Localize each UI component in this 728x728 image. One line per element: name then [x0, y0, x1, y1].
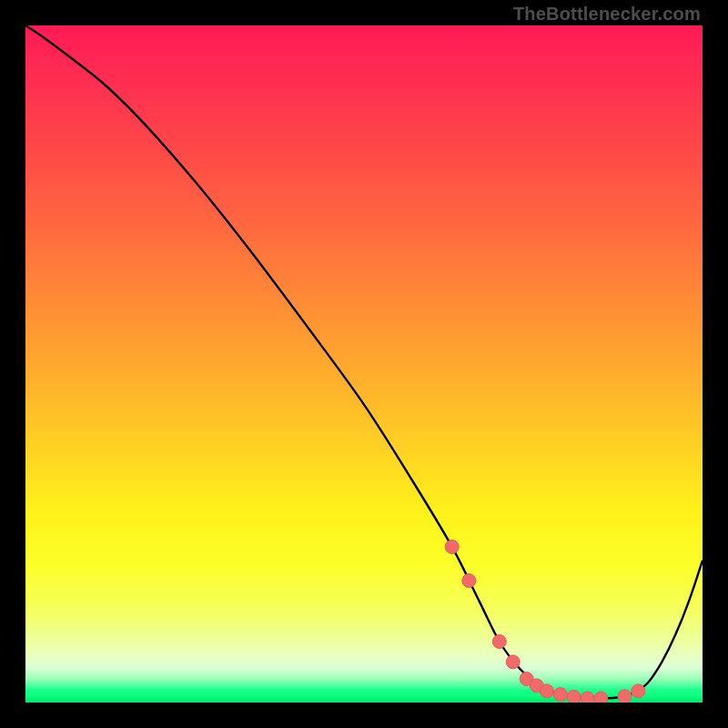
data-marker: [462, 574, 476, 588]
data-marker: [594, 692, 608, 703]
data-marker: [581, 692, 594, 703]
plot-area: [25, 25, 703, 703]
marker-group: [445, 540, 645, 703]
data-marker: [445, 540, 459, 553]
data-marker: [618, 690, 632, 703]
bottleneck-curve: [25, 25, 703, 699]
data-marker: [492, 635, 506, 649]
data-marker: [567, 691, 581, 703]
chart-stage: TheBottlenecker.com: [0, 0, 728, 728]
data-marker: [506, 655, 520, 669]
data-marker: [540, 684, 553, 698]
data-marker: [553, 688, 567, 702]
attribution-text: TheBottlenecker.com: [513, 4, 701, 25]
data-marker: [632, 684, 645, 698]
curve-layer: [25, 25, 703, 703]
